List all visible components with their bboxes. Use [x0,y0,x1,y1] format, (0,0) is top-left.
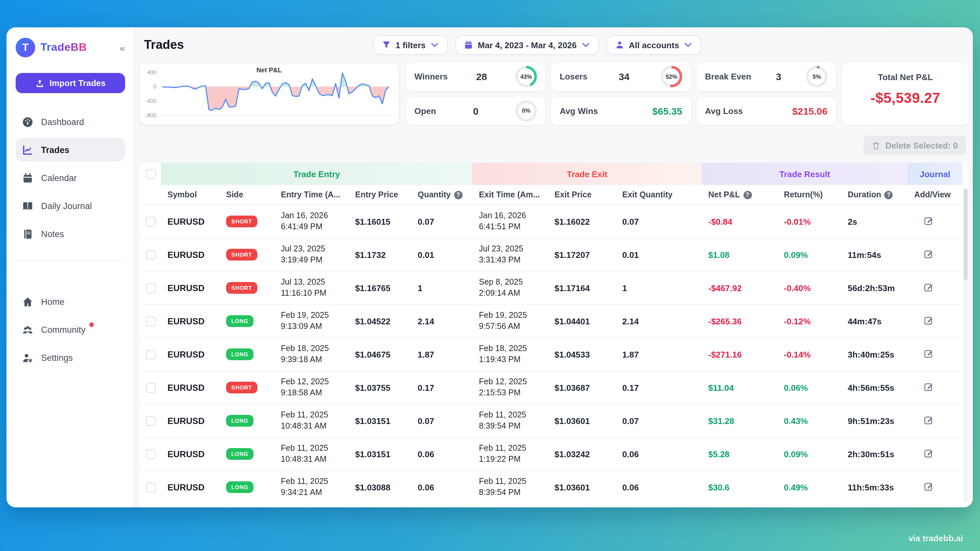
table-column-header: SymbolSideEntry Time (A...Entry PriceQua… [139,185,969,205]
time-line: 2:15:53 PM [479,387,548,399]
row-checkbox[interactable] [146,349,156,359]
edit-journal-button[interactable] [923,282,934,292]
sidebar-collapse-icon[interactable]: « [119,42,125,53]
edit-journal-button[interactable] [923,248,934,259]
date-line: Feb 11, 2025 [281,410,348,421]
filters-button[interactable]: 1 filters [373,35,448,55]
row-checkbox[interactable] [146,383,156,392]
cell-exit-quantity: 1 [616,283,702,293]
time-line: 10:48:31 AM [281,421,348,432]
table-row[interactable]: EURUSDLONGFeb 11, 20259:34:21 AM$1.03088… [139,470,969,503]
user-gear-icon [22,352,33,363]
delete-selected-button[interactable]: Delete Selected: 0 [863,135,966,155]
cell-exit-price: $1.03242 [548,449,616,459]
row-checkbox[interactable] [146,216,156,226]
sidebar-item-calendar[interactable]: Calendar [16,166,125,189]
edit-journal-button[interactable] [923,215,934,225]
date-range-button[interactable]: Mar 4, 2023 - Mar 4, 2026 [456,35,599,55]
cell-entry-price: $1.04675 [348,349,411,359]
select-all-checkbox[interactable] [146,169,156,179]
row-checkbox[interactable] [146,449,156,459]
table-row[interactable]: EURUSDLONGFeb 19, 20259:13:09 AM$1.04522… [139,304,969,337]
time-line: 3:31:43 PM [479,255,548,266]
sidebar-item-home[interactable]: Home [16,290,125,313]
table-row[interactable]: EURUSDSHORTFeb 12, 20259:18:58 AM$1.0375… [139,371,969,404]
cell-entry-time: Feb 11, 20259:34:21 AM [274,476,348,498]
sidebar-item-settings[interactable]: Settings [16,346,125,369]
y-tick-label: 0 [153,83,156,90]
edit-journal-button[interactable] [923,481,934,491]
edit-journal-button[interactable] [923,414,934,425]
cell-net-pnl: -$467.92 [702,283,777,293]
chart-y-axis: 4000-400-800 [141,68,158,123]
sidebar-item-dashboard[interactable]: Dashboard [16,110,125,133]
edit-journal-button[interactable] [923,348,934,359]
summary-row: Net P&L 4000-400-800 Winners 28 43% Lose… [139,62,969,125]
cell-entry-time: Feb 18, 20259:39:18 AM [274,343,348,365]
date-line: Jul 23, 2025 [479,244,548,255]
time-line: 9:39:18 AM [281,354,348,365]
column-label: Exit Quantity [622,190,673,199]
column-header-exit-time-am-: Exit Time (Am... [473,190,548,199]
sidebar-divider [17,260,124,261]
sidebar-item-daily-journal[interactable]: Daily Journal [16,194,125,218]
row-checkbox[interactable] [146,250,156,260]
edit-journal-button[interactable] [923,381,934,392]
cell-add-view [908,248,963,261]
stat-label: Break Even [705,72,751,82]
cell-add-view [908,381,963,394]
column-label: Symbol [167,190,197,199]
row-checkbox[interactable] [146,316,156,326]
import-trades-button[interactable]: Import Trades [16,73,125,93]
cell-net-pnl: -$265.36 [702,316,777,326]
edit-journal-button[interactable] [923,315,934,326]
cell-duration: 44m:47s [841,316,908,326]
sidebar-item-notes[interactable]: Notes [16,222,125,246]
help-icon[interactable]: ? [743,191,752,199]
row-checkbox[interactable] [146,416,156,426]
scrollbar[interactable] [964,187,967,502]
table-row[interactable]: EURUSDLONGFeb 18, 20259:39:18 AM$1.04675… [139,337,969,371]
table-row[interactable]: EURUSDLONGFeb 11, 202510:48:31 AM$1.0315… [139,437,969,470]
net-pnl-sparkline [160,68,392,123]
table-row[interactable]: EURUSDSHORTJan 16, 20266:41:49 PM$1.1601… [139,205,969,238]
row-checkbox[interactable] [146,482,156,492]
scrollbar-thumb[interactable] [964,189,967,280]
cell-duration: 11m:54s [841,250,908,260]
column-label: Entry Price [355,190,398,199]
cell-side: SHORT [220,382,274,394]
cell-return-pct: 0.09% [777,250,841,260]
sidebar-item-label: Trades [41,145,69,155]
app-logo: T [16,38,35,57]
sidebar-item-community[interactable]: Community [16,318,125,341]
time-line: 8:39:54 PM [479,421,548,432]
time-line: 1:19:22 PM [479,454,548,465]
row-checkbox[interactable] [146,283,156,293]
date-line: Feb 18, 2025 [479,343,548,354]
cell-duration: 3h:40m:25s [841,349,908,359]
edit-journal-button[interactable] [923,448,934,458]
cell-duration: 56d:2h:53m [841,283,908,293]
time-line: 9:57:56 AM [479,321,548,332]
help-icon[interactable]: ? [885,191,893,199]
cell-exit-time: Sep 8, 20252:09:14 AM [473,277,548,299]
sidebar-item-trades[interactable]: Trades [16,138,125,162]
sidebar-nav-main: DashboardTradesCalendarDaily JournalNote… [16,110,125,250]
total-net-pnl-value: -$5,539.27 [870,90,940,107]
accounts-button[interactable]: All accounts [607,35,702,55]
stat-label: Losers [560,72,587,82]
help-icon[interactable]: ? [454,191,462,199]
column-header-exit-price: Exit Price [548,190,616,199]
cell-entry-price: $1.04522 [348,316,411,326]
chevron-down-icon [430,40,439,49]
date-line: Jan 16, 2026 [281,210,348,221]
table-row[interactable]: EURUSDLONGFeb 11, 202510:48:31 AM$1.0315… [139,404,969,437]
stat-label: Avg Loss [705,106,743,116]
column-header-quantity: Quantity? [411,190,473,199]
cell-return-pct: 0.43% [777,416,841,426]
stat-value: 34 [619,71,630,83]
table-row[interactable]: EURUSDSHORTJul 23, 20253:19:49 PM$1.1732… [139,238,969,271]
brand-row: T TradeBB « [16,38,125,57]
table-row[interactable]: EURUSDSHORTJul 13, 202511:16:10 PM$1.167… [139,271,969,304]
net-pnl-chart: Net P&L 4000-400-800 [139,62,399,125]
